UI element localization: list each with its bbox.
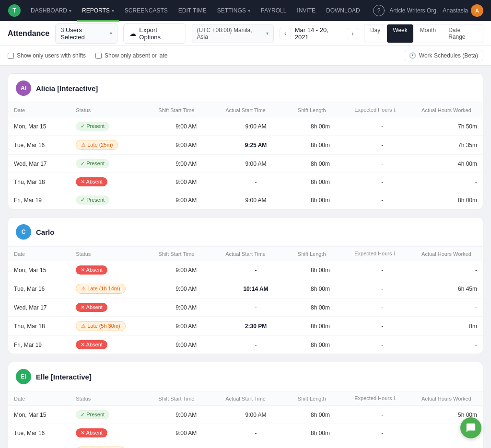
timezone-selector[interactable]: (UTC +08:00) Manila, Asia ▾ <box>192 24 274 43</box>
expected-hours-cell: - <box>349 442 416 448</box>
user-selector-chevron: ▾ <box>110 31 112 36</box>
tab-month[interactable]: Month <box>414 24 442 43</box>
user-selector[interactable]: 3 Users Selected ▾ <box>55 23 117 44</box>
users-selected-label: 3 Users Selected <box>60 26 107 41</box>
filter-shifts-checkbox[interactable] <box>8 53 14 59</box>
help-button[interactable]: ? <box>373 5 385 16</box>
date-cell: Wed, Mar 17 <box>8 442 70 448</box>
status-cell: ✕ Absent <box>70 336 152 354</box>
prev-date-button[interactable]: ‹ <box>280 28 291 39</box>
nav-invite[interactable]: INVITE <box>292 5 320 16</box>
col-header-expected: Expected Hours ℹ <box>349 391 416 406</box>
shift-length-cell: 8h 00m <box>292 299 349 317</box>
filter-absent-late[interactable]: Show only absent or late <box>95 52 167 59</box>
actual-start-cell: - <box>220 173 292 191</box>
next-date-button[interactable]: › <box>347 28 358 39</box>
status-cell: ⚠ Late (1h 30m) <box>70 442 152 448</box>
user-avatar: A <box>471 4 483 17</box>
top-navigation: T DASHBOARD ▾ REPORTS ▾ SCREENCASTS EDIT… <box>0 0 491 21</box>
col-header-status: Status <box>70 103 152 117</box>
nav-edit-time[interactable]: EDIT TIME <box>174 5 211 16</box>
status-badge: ✕ Absent <box>76 428 107 437</box>
clock-icon: 🕐 <box>409 52 416 59</box>
date-cell: Wed, Mar 17 <box>8 155 70 173</box>
col-header-actual-worked: Actual Hours Worked <box>416 103 483 117</box>
table-row: Tue, Mar 16 ⚠ Late (1h 14m) 9:00 AM 10:1… <box>8 279 483 299</box>
shift-length-cell: 8h 00m <box>292 136 349 155</box>
expected-hours-cell: - <box>349 191 416 209</box>
status-cell: ✓ Present <box>70 191 152 209</box>
nav-settings[interactable]: SETTINGS ▾ <box>212 5 255 16</box>
table-row: Tue, Mar 16 ✕ Absent 9:00 AM - 8h 00m - … <box>8 424 483 442</box>
filter-absent-late-checkbox[interactable] <box>95 53 102 59</box>
expected-hours-cell: - <box>349 117 416 136</box>
actual-start-value: - <box>255 267 257 274</box>
actual-start-cell: 9:25 AM <box>220 136 292 155</box>
shift-length-cell: 8h 00m <box>292 191 349 209</box>
info-icon[interactable]: ℹ <box>394 251 396 256</box>
table-row: Mon, Mar 15 ✓ Present 9:00 AM 9:00 AM 8h… <box>8 117 483 136</box>
shift-start-cell: 9:00 AM <box>152 424 220 442</box>
nav-download[interactable]: DOWNLOAD <box>321 5 365 16</box>
table-row: Wed, Mar 17 ⚠ Late (1h 30m) 9:00 AM 10:3… <box>8 442 483 448</box>
status-cell: ✓ Present <box>70 406 152 424</box>
status-badge: ✕ Absent <box>76 340 107 349</box>
col-header-shift-start: Shift Start Time <box>152 247 220 261</box>
export-button[interactable]: ☁ Export Options <box>123 23 186 44</box>
col-header-actual-start: Actual Start Time <box>220 391 292 406</box>
expected-hours-cell: - <box>349 279 416 299</box>
date-cell: Mon, Mar 15 <box>8 406 70 424</box>
col-header-actual-start: Actual Start Time <box>220 247 292 261</box>
date-cell: Tue, Mar 16 <box>8 279 70 299</box>
shift-length-cell: 8h 00m <box>292 406 349 424</box>
tab-day[interactable]: Day <box>364 24 386 43</box>
col-header-shift-length: Shift Length <box>292 247 349 261</box>
col-header-shift-start: Shift Start Time <box>152 391 220 406</box>
actual-start-cell: 9:00 AM <box>220 191 292 209</box>
actual-start-cell: - <box>220 424 292 442</box>
col-header-actual-start: Actual Start Time <box>220 103 292 117</box>
actual-worked-cell: 6h 30m <box>416 442 483 448</box>
user-card-0: AlAlicia [Interactive] Date Status Shift… <box>8 73 483 209</box>
attendance-table-1: Date Status Shift Start Time Actual Star… <box>8 247 483 354</box>
date-cell: Thu, Mar 18 <box>8 317 70 336</box>
user-menu[interactable]: Anastasia A <box>443 4 483 17</box>
info-icon[interactable]: ℹ <box>394 107 396 113</box>
app-logo[interactable]: T <box>8 4 21 17</box>
status-badge: ✓ Present <box>76 122 109 131</box>
shift-length-cell: 8h 00m <box>292 261 349 279</box>
work-schedule-button[interactable]: 🕐 Work Schedules (Beta) <box>404 50 483 61</box>
actual-worked-cell: - <box>416 336 483 354</box>
nav-payroll[interactable]: PAYROLL <box>256 5 292 16</box>
shift-length-cell: 8h 00m <box>292 336 349 354</box>
timezone-chevron: ▾ <box>266 31 269 36</box>
actual-start-value: 10:14 AM <box>243 286 268 292</box>
user-name-0: Alicia [Interactive] <box>36 84 98 92</box>
chat-button[interactable] <box>460 417 481 438</box>
user-card-header-2: ElElle [Interactive] <box>8 362 483 391</box>
status-badge: ✕ Absent <box>76 303 107 312</box>
filter-shifts[interactable]: Show only users with shifts <box>8 52 86 59</box>
date-cell: Fri, Mar 19 <box>8 191 70 209</box>
col-header-date: Date <box>8 103 70 117</box>
sub-header: Attendance 3 Users Selected ▾ ☁ Export O… <box>0 21 491 46</box>
actual-start-value: - <box>255 304 257 311</box>
status-badge: ✓ Present <box>76 159 109 168</box>
nav-dashboard[interactable]: DASHBOARD ▾ <box>26 5 76 16</box>
actual-worked-cell: 8m <box>416 317 483 336</box>
nav-screencasts[interactable]: SCREENCASTS <box>120 5 173 16</box>
col-header-actual-worked: Actual Hours Worked <box>416 247 483 261</box>
table-row: Mon, Mar 15 ✕ Absent 9:00 AM - 8h 00m - … <box>8 261 483 279</box>
nav-reports[interactable]: REPORTS ▾ <box>77 5 119 16</box>
status-badge: ⚠ Late (1h 14m) <box>76 284 126 294</box>
info-icon[interactable]: ℹ <box>394 395 396 401</box>
expected-hours-cell: - <box>349 173 416 191</box>
user-name: Anastasia <box>443 7 468 14</box>
expected-hours-cell: - <box>349 406 416 424</box>
status-badge: ⚠ Late (25m) <box>76 140 118 150</box>
actual-worked-cell: - <box>416 261 483 279</box>
shift-length-cell: 8h 00m <box>292 442 349 448</box>
tab-week[interactable]: Week <box>387 24 413 43</box>
tab-date-range[interactable]: Date Range <box>443 24 483 43</box>
shift-length-cell: 8h 00m <box>292 279 349 299</box>
